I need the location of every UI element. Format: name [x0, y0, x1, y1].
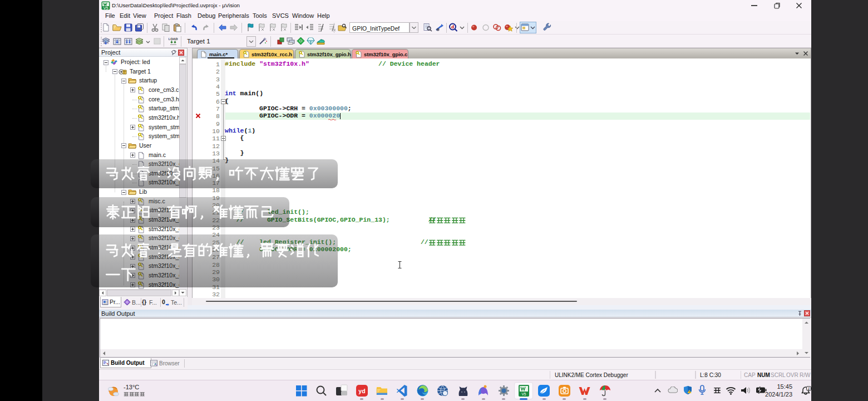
- svg-text:yd: yd: [358, 388, 365, 394]
- svg-text:V5: V5: [103, 6, 108, 10]
- svg-text:V5: V5: [521, 392, 526, 396]
- svg-text:Z: Z: [808, 387, 810, 390]
- svg-text:d: d: [451, 24, 454, 30]
- svg-text:LOAD: LOAD: [169, 37, 178, 41]
